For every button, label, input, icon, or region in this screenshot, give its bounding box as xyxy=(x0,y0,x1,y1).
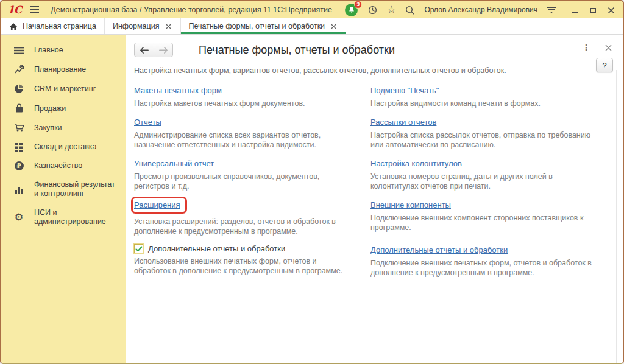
report-mailings-link[interactable]: Рассылки отчетов xyxy=(370,117,436,127)
print-submenu-link[interactable]: Подменю "Печать" xyxy=(370,86,439,95)
sidebar-item-label: Планирование xyxy=(34,65,86,74)
home-icon xyxy=(9,23,18,30)
sidebar-item-crm[interactable]: CRM и маркетинг xyxy=(1,79,126,99)
list-item: Рассылки отчетов Настройка списка рассыл… xyxy=(370,116,609,150)
ruble-circle-icon: ₽ xyxy=(13,161,24,170)
universal-report-link[interactable]: Универсальный отчет xyxy=(134,159,214,168)
item-description: Администрирование списка всех вариантов … xyxy=(134,130,351,150)
panel-actions: ⋮ xyxy=(582,43,612,52)
page-title: Печатные формы, отчеты и обработки xyxy=(199,44,395,57)
content-panel: Печатные формы, отчеты и обработки ⋮ ? Н… xyxy=(126,35,623,363)
window-title: Демонстрационная база / Управление торго… xyxy=(51,5,332,14)
list-item: Внешние компоненты Подключение внешних к… xyxy=(370,199,609,236)
item-description: Настройка видимости команд печати в форм… xyxy=(370,99,596,108)
service-menu-icon[interactable] xyxy=(547,5,556,14)
list-item: Настройка колонтитулов Установка номеров… xyxy=(370,158,609,191)
close-icon xyxy=(166,24,171,29)
history-nav xyxy=(134,43,173,57)
additional-reports-checkbox-row[interactable]: Дополнительные отчеты и обработки xyxy=(134,244,351,253)
planning-route-icon xyxy=(13,65,24,74)
main-area: Главное Планирование CRM и маркетинг Про… xyxy=(1,35,623,363)
item-description: Настройка списка рассылок отчетов, отпра… xyxy=(370,130,596,150)
app-window: 1С Демонстрационная база / Управление то… xyxy=(0,0,624,364)
sidebar-item-treasury[interactable]: ₽ Казначейство xyxy=(1,156,126,175)
additional-reports-checkbox[interactable] xyxy=(134,244,143,253)
tab-information[interactable]: Информация xyxy=(105,18,181,34)
sidebar-item-purchases[interactable]: Закупки xyxy=(1,118,126,138)
back-arrow-icon xyxy=(140,47,149,54)
sidebar-item-planning[interactable]: Планирование xyxy=(1,60,126,79)
sidebar-item-financial-result[interactable]: Финансовый результат и контроллинг xyxy=(1,175,126,203)
headers-footers-link[interactable]: Настройка колонтитулов xyxy=(370,159,462,168)
sidebar-item-label: Закупки xyxy=(34,124,62,133)
help-button[interactable]: ? xyxy=(596,58,613,72)
external-components-link[interactable]: Внешние компоненты xyxy=(370,200,451,209)
tab-label: Информация xyxy=(113,22,160,30)
bar-chart-icon xyxy=(13,185,24,194)
close-icon xyxy=(331,24,336,29)
window-controls xyxy=(570,5,615,14)
sidebar-item-sales[interactable]: Продажи xyxy=(1,99,126,118)
tab-bar: Начальная страница Информация Печатные ф… xyxy=(1,18,623,35)
tab-home[interactable]: Начальная страница xyxy=(1,18,105,34)
tab-print-forms[interactable]: Печатные формы, отчеты и обработки xyxy=(181,18,347,34)
item-description: Подключение внешних печатных форм, отчет… xyxy=(370,258,596,278)
tab-label: Печатные формы, отчеты и обработки xyxy=(189,22,325,30)
additional-reports-link[interactable]: Дополнительные отчеты и обработки xyxy=(370,245,508,254)
sections-sidebar: Главное Планирование CRM и маркетинг Про… xyxy=(1,35,126,363)
title-bar: 1С Демонстрационная база / Управление то… xyxy=(1,1,623,18)
reports-link[interactable]: Отчеты xyxy=(134,117,161,127)
sidebar-item-main[interactable]: Главное xyxy=(1,41,126,60)
minimize-button[interactable] xyxy=(570,5,579,14)
list-item: Макеты печатных форм Настройка макетов п… xyxy=(134,85,364,108)
main-menu-icon[interactable] xyxy=(29,4,41,15)
favorites-star-icon[interactable]: ☆ xyxy=(387,5,395,15)
print-form-templates-link[interactable]: Макеты печатных форм xyxy=(134,86,222,95)
forward-arrow-icon xyxy=(159,47,168,54)
tab-close-button[interactable] xyxy=(165,23,172,30)
sidebar-item-label: Главное xyxy=(34,46,63,55)
notification-badge: 3 xyxy=(354,1,362,9)
current-user[interactable]: Орлов Александр Владимирович xyxy=(424,5,537,14)
forward-button[interactable] xyxy=(154,43,172,57)
grid-icon xyxy=(13,143,24,152)
close-panel-button[interactable] xyxy=(605,44,612,51)
more-icon[interactable]: ⋮ xyxy=(582,43,590,52)
search-icon[interactable] xyxy=(405,5,415,15)
sidebar-item-warehouse[interactable]: Склад и доставка xyxy=(1,138,126,156)
sidebar-item-label: CRM и маркетинг xyxy=(34,85,96,94)
close-icon xyxy=(605,44,612,51)
1c-logo-icon: 1С xyxy=(7,5,21,15)
list-item: Дополнительные отчеты и обработки Подклю… xyxy=(370,244,609,278)
sidebar-item-administration[interactable]: ⚙ НСИ и администрирование xyxy=(1,203,126,231)
page-subtitle: Настройка печатных форм, вариантов отчет… xyxy=(134,66,608,75)
checkmark-icon xyxy=(135,246,143,252)
maximize-button[interactable] xyxy=(589,5,597,14)
titlebar-actions: 3 ☆ Орлов Александр Владимирович xyxy=(345,4,615,16)
pie-chart-icon xyxy=(13,84,24,94)
checkbox-label: Дополнительные отчеты и обработки xyxy=(148,244,285,253)
item-description: Просмотр произвольных справочников, доку… xyxy=(134,172,351,191)
cart-icon xyxy=(13,123,24,133)
sidebar-item-label: Склад и доставка xyxy=(34,142,96,152)
close-window-button[interactable] xyxy=(607,5,615,14)
tab-close-button[interactable] xyxy=(330,23,338,30)
maximize-icon xyxy=(590,8,596,13)
item-description: Настройка макетов печатных форм документ… xyxy=(134,99,351,108)
extensions-link[interactable]: Расширения xyxy=(134,200,180,209)
item-description: Установка номеров страниц, даты и других… xyxy=(370,172,596,191)
item-description: Использование внешних печатных форм, отч… xyxy=(134,256,351,276)
sidebar-item-label: Продажи xyxy=(34,104,66,113)
history-icon[interactable] xyxy=(367,5,378,15)
menu-lines-icon xyxy=(13,47,24,54)
list-item: Универсальный отчет Просмотр произвольны… xyxy=(134,158,364,191)
back-button[interactable] xyxy=(135,43,154,57)
sidebar-item-label: НСИ и администрирование xyxy=(34,208,121,226)
settings-links: Макеты печатных форм Настройка макетов п… xyxy=(134,85,608,285)
content-header: Печатные формы, отчеты и обработки xyxy=(134,42,608,58)
bag-icon xyxy=(13,103,24,113)
list-item: Отчеты Администрирование списка всех вар… xyxy=(134,116,364,150)
notifications-button[interactable]: 3 xyxy=(345,4,358,16)
item-description: Установка расширений: разделов, отчетов … xyxy=(134,217,351,236)
tab-label: Начальная страница xyxy=(23,22,96,30)
